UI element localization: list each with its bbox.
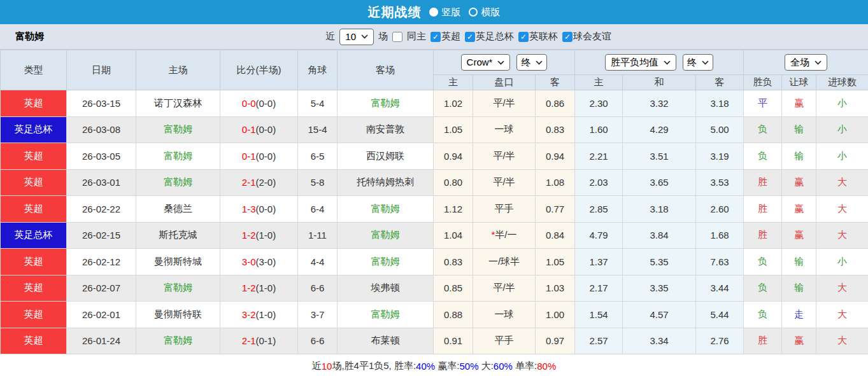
result-cell: 负 [744, 275, 782, 302]
league-cell: 英超 [1, 328, 67, 354]
score-fulltime: 0-0 [242, 98, 256, 109]
result-cell: 负 [744, 143, 782, 170]
spread-result-cell: 赢 [782, 196, 816, 223]
result-cell: 胜 [744, 328, 782, 354]
score-fulltime: 0-1 [242, 151, 256, 162]
league-checkbox-eflcup[interactable]: ✓ [518, 32, 529, 42]
date-cell: 26-03-01 [67, 169, 136, 196]
result-cell: 胜 [744, 222, 782, 249]
table-row: 英超 26-02-07 富勒姆 1-2(1-0) 6-6 埃弗顿 0.85 平/… [1, 275, 868, 302]
odds-home-cell: 1.02 [434, 90, 473, 117]
avg-away-cell: 5.44 [696, 302, 744, 328]
avg-time-select[interactable]: 终 [683, 54, 713, 71]
league-checkbox-friendly[interactable]: ✓ [562, 32, 573, 42]
league-cell: 英超 [1, 143, 67, 170]
corners-cell: 6-5 [298, 143, 338, 170]
table-row: 英超 26-03-15 诺丁汉森林 0-0(0-0) 5-4 富勒姆 1.02 … [1, 90, 868, 117]
odds-time-select[interactable]: 终 [516, 54, 547, 71]
away-team-cell: 托特纳姆热刺 [338, 169, 434, 196]
radio-selected-icon[interactable] [429, 8, 438, 17]
odds-home-cell: 0.94 [434, 143, 473, 170]
score-cell: 1-3(0-0) [220, 196, 298, 223]
avg-home-cell: 2.85 [575, 196, 623, 223]
handicap-cell: 一球 [473, 116, 536, 143]
summary-segment: 60% [494, 361, 513, 372]
same-home-checkbox[interactable] [392, 32, 402, 42]
odds-company-select[interactable]: Crow* [461, 54, 511, 71]
summary-segment: 场,胜4平1负5, 胜率: [332, 360, 416, 372]
summary-segment: 单率: [513, 360, 537, 372]
handicap-cell: 一/球半 [473, 249, 536, 275]
layout-radio-vertical-label: 竖版 [442, 6, 461, 18]
home-team-cell: 富勒姆 [136, 275, 220, 302]
odds-home-cell: 0.85 [434, 275, 473, 302]
date-cell: 26-03-15 [67, 90, 136, 117]
spread-result-cell: 赢 [782, 90, 816, 117]
avg-odds-header-group: 胜平负均值 终 [575, 50, 744, 75]
league-cell: 英超 [1, 196, 67, 223]
handicap-value: 平手 [495, 335, 514, 345]
date-cell: 26-02-15 [67, 222, 136, 249]
odds-time-value: 终 [521, 56, 530, 69]
table-row: 英足总杯 26-02-15 斯托克城 1-2(1-0) 1-11 富勒姆 1.0… [1, 222, 868, 249]
filter-bar: 富勒姆 近 10 场 同主 ✓ 英超 ✓ 英足总杯 ✓ 英联杯 ✓ [0, 24, 868, 50]
odds-home-cell: 1.12 [434, 196, 473, 223]
table-row: 英超 26-03-05 富勒姆 0-1(0-0) 6-5 西汉姆联 0.94 平… [1, 143, 868, 170]
subcol-avg-draw: 和 [623, 75, 696, 90]
scope-select[interactable]: 全场 [785, 54, 827, 71]
handicap-value: 一球 [495, 309, 514, 319]
avg-draw-cell: 3.34 [623, 328, 696, 354]
odds-home-cell: 1.04 [434, 222, 473, 249]
league-checkbox-epl[interactable]: ✓ [430, 32, 441, 42]
spread-result-cell: 输 [782, 275, 816, 302]
layout-radio-horizontal[interactable]: 横版 [469, 6, 501, 18]
league-checkbox-facup[interactable]: ✓ [465, 32, 475, 42]
result-cell: 平 [744, 90, 782, 117]
layout-radio-vertical[interactable]: 竖版 [429, 6, 461, 18]
handicap-cell: 一球 [473, 302, 536, 328]
date-cell: 26-02-22 [67, 196, 136, 223]
handicap-cell: 平手 [473, 328, 536, 354]
avg-home-cell: 1.37 [575, 249, 623, 275]
score-cell: 0-0(0-0) [220, 90, 298, 117]
home-team-cell: 斯托克城 [136, 222, 220, 249]
table-row: 英足总杯 26-03-08 富勒姆 0-1(0-0) 15-4 南安普敦 1.0… [1, 116, 868, 143]
odds-home-cell: 0.88 [434, 302, 473, 328]
handicap-value: 平/半 [493, 97, 515, 108]
radio-unselected-icon[interactable] [469, 8, 478, 17]
spread-result-cell: 赢 [782, 222, 816, 249]
summary-segment: 赢率: [435, 360, 459, 372]
league-filter-epl: ✓ 英超 [430, 31, 460, 43]
avg-time-value: 终 [687, 56, 697, 69]
chevron-down-icon [815, 60, 822, 65]
recent-count-select[interactable]: 10 [339, 29, 374, 45]
recent-label: 近 [325, 31, 335, 43]
avg-home-cell: 2.21 [575, 143, 623, 170]
avg-odds-select[interactable]: 胜平负均值 [605, 54, 676, 71]
subcol-spread: 让球 [782, 75, 816, 90]
score-fulltime: 1-2 [242, 282, 256, 293]
subcol-odds-away: 客 [536, 75, 575, 90]
score-cell: 2-1(2-0) [220, 169, 298, 196]
result-cell: 负 [744, 116, 782, 143]
away-team-cell: 南安普敦 [338, 116, 434, 143]
avg-draw-cell: 3.65 [623, 169, 696, 196]
results-table: 类型 日期 主场 比分(半场) 角球 客场 Crow* 终 [0, 50, 868, 354]
corners-cell: 5-8 [298, 169, 338, 196]
odds-home-cell: 0.91 [434, 328, 473, 354]
corners-cell: 15-4 [298, 116, 338, 143]
score-fulltime: 3-0 [242, 256, 256, 267]
table-row: 英超 26-02-01 曼彻斯特联 3-2(1-0) 3-7 富勒姆 0.88 … [1, 302, 868, 328]
recent-results-panel: 近期战绩 竖版 横版 富勒姆 近 10 场 同主 ✓ 英超 ✓ [0, 0, 868, 376]
home-team-cell: 桑德兰 [136, 196, 220, 223]
score-cell: 3-0(3-0) [220, 249, 298, 275]
corners-cell: 6-6 [298, 328, 338, 354]
home-team-cell: 富勒姆 [136, 116, 220, 143]
avg-home-cell: 1.60 [575, 116, 623, 143]
score-halftime: (0-0) [256, 151, 276, 162]
avg-draw-cell: 3.18 [623, 196, 696, 223]
result-cell: 负 [744, 249, 782, 275]
score-cell: 0-1(0-0) [220, 143, 298, 170]
team-name: 富勒姆 [15, 31, 44, 43]
goals-result-cell: 大 [816, 222, 868, 249]
